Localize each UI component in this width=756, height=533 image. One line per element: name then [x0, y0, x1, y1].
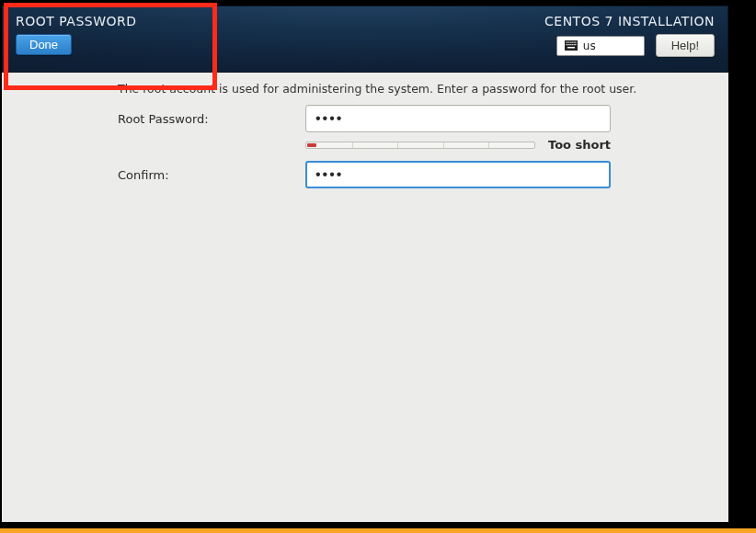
header-right: CENTOS 7 INSTALLATION us Help!	[532, 6, 727, 72]
svg-rect-6	[575, 42, 576, 43]
keyboard-icon	[565, 40, 578, 51]
content-area: The root account is used for administeri…	[2, 73, 728, 522]
root-password-input[interactable]	[305, 105, 611, 132]
done-button[interactable]: Done	[16, 34, 72, 55]
svg-rect-10	[571, 44, 572, 45]
confirm-password-label: Confirm:	[118, 168, 305, 182]
svg-rect-7	[566, 44, 567, 45]
svg-rect-5	[573, 42, 574, 43]
page-title: ROOT PASSWORD	[16, 14, 137, 28]
svg-rect-13	[567, 47, 575, 49]
svg-rect-9	[569, 44, 570, 45]
svg-rect-8	[567, 44, 568, 45]
confirm-password-input[interactable]	[305, 161, 611, 188]
keyboard-layout-indicator[interactable]: us	[556, 36, 645, 56]
header: ROOT PASSWORD Done CENTOS 7 INSTALLATION…	[2, 6, 728, 73]
header-left: ROOT PASSWORD Done	[3, 6, 150, 72]
right-border	[730, 0, 756, 533]
intro-text: The root account is used for administeri…	[2, 73, 728, 105]
svg-rect-11	[573, 44, 574, 45]
svg-rect-4	[571, 42, 572, 43]
svg-rect-1	[566, 42, 567, 43]
password-strength-text: Too short	[548, 138, 611, 152]
help-button[interactable]: Help!	[656, 34, 715, 57]
svg-rect-3	[569, 42, 570, 43]
password-form: Root Password: Too short Confirm:	[2, 105, 728, 188]
svg-rect-2	[567, 42, 568, 43]
root-password-label: Root Password:	[118, 112, 305, 126]
installer-title: CENTOS 7 INSTALLATION	[544, 14, 715, 28]
password-strength-meter	[305, 142, 535, 149]
svg-rect-12	[575, 44, 576, 45]
keyboard-layout-label: us	[583, 40, 596, 52]
bottom-warning-bar	[0, 528, 756, 533]
